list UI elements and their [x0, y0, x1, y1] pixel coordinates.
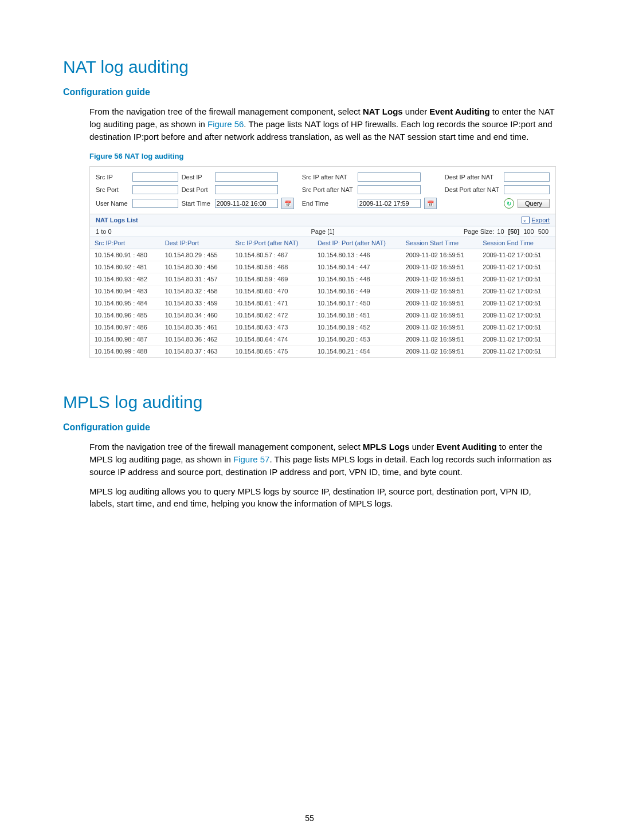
- table-cell: 2009-11-02 17:00:51: [478, 285, 555, 297]
- input-src-ip[interactable]: [132, 172, 178, 182]
- nat-logs-table: Src IP:PortDest IP:PortSrc IP:Port (afte…: [90, 237, 555, 358]
- export-label: Export: [531, 217, 550, 223]
- table-row: 10.154.80.99 : 48810.154.80.37 : 46310.1…: [90, 346, 555, 358]
- table-cell: 10.154.80.30 : 456: [160, 261, 231, 273]
- table-cell: 10.154.80.19 : 452: [313, 321, 401, 333]
- table-cell: 10.154.80.35 : 461: [160, 321, 231, 333]
- table-cell: 10.154.80.64 : 474: [231, 333, 313, 346]
- mpls-config-guide-heading: Configuration guide: [63, 422, 556, 433]
- table-row: 10.154.80.92 : 48110.154.80.30 : 45610.1…: [90, 261, 555, 273]
- table-cell: 2009-11-02 16:59:51: [401, 321, 479, 333]
- calendar-icon[interactable]: 📅: [424, 198, 437, 209]
- column-header[interactable]: Dest IP: Port (after NAT): [313, 237, 401, 249]
- nat-logs-list-label: NAT Logs List: [96, 217, 138, 223]
- calendar-icon[interactable]: 📅: [281, 198, 294, 209]
- table-cell: 10.154.80.36 : 462: [160, 333, 231, 346]
- table-cell: 2009-11-02 17:00:51: [478, 249, 555, 261]
- table-cell: 10.154.80.18 : 451: [313, 309, 401, 321]
- table-cell: 10.154.80.96 : 485: [90, 309, 160, 321]
- table-cell: 10.154.80.37 : 463: [160, 346, 231, 358]
- table-cell: 10.154.80.33 : 459: [160, 297, 231, 309]
- input-dest-port[interactable]: [215, 185, 278, 194]
- input-user-name[interactable]: [132, 199, 178, 208]
- nat-log-screenshot: Src IP Dest IP Src IP after NAT Dest IP …: [89, 166, 556, 358]
- label-src-port: Src Port: [96, 186, 129, 193]
- strong-mpls-logs: MPLS Logs: [363, 442, 410, 452]
- table-cell: 10.154.80.93 : 482: [90, 273, 160, 285]
- input-dest-port-after-nat[interactable]: [504, 185, 550, 194]
- strong-nat-logs: NAT Logs: [363, 107, 403, 116]
- table-cell: 10.154.80.92 : 481: [90, 261, 160, 273]
- table-cell: 10.154.80.98 : 487: [90, 333, 160, 346]
- table-cell: 2009-11-02 17:00:51: [478, 261, 555, 273]
- table-cell: 2009-11-02 17:00:51: [478, 273, 555, 285]
- table-cell: 2009-11-02 17:00:51: [478, 346, 555, 358]
- table-cell: 2009-11-02 17:00:51: [478, 297, 555, 309]
- table-cell: 2009-11-02 16:59:51: [401, 297, 479, 309]
- table-cell: 10.154.80.13 : 446: [313, 249, 401, 261]
- column-header[interactable]: Session Start Time: [401, 237, 479, 249]
- table-row: 10.154.80.93 : 48210.154.80.31 : 45710.1…: [90, 273, 555, 285]
- figure-56-link[interactable]: Figure 56: [207, 119, 244, 129]
- input-end-time[interactable]: [358, 199, 421, 208]
- text: under: [410, 442, 437, 452]
- nat-config-guide-heading: Configuration guide: [63, 87, 556, 97]
- table-cell: 10.154.80.32 : 458: [160, 285, 231, 297]
- table-cell: 10.154.80.57 : 467: [231, 249, 313, 261]
- column-header[interactable]: Src IP:Port: [90, 237, 160, 249]
- label-dest-ip-after-nat: Dest IP after NAT: [445, 174, 500, 180]
- label-dest-port-after-nat: Dest Port after NAT: [445, 186, 500, 193]
- input-dest-ip[interactable]: [215, 172, 278, 182]
- table-cell: 10.154.80.20 : 453: [313, 333, 401, 346]
- query-button[interactable]: Query: [518, 199, 550, 208]
- input-dest-ip-after-nat[interactable]: [504, 172, 550, 182]
- table-cell: 2009-11-02 16:59:51: [401, 309, 479, 321]
- mpls-title: MPLS log auditing: [63, 392, 556, 412]
- label-start-time: Start Time: [182, 200, 211, 207]
- input-src-ip-after-nat[interactable]: [358, 172, 421, 182]
- label-dest-port: Dest Port: [182, 186, 211, 193]
- text: under: [403, 107, 430, 116]
- table-cell: 2009-11-02 16:59:51: [401, 273, 479, 285]
- label-src-ip-after-nat: Src IP after NAT: [302, 174, 354, 180]
- table-cell: 10.154.80.17 : 450: [313, 297, 401, 309]
- table-row: 10.154.80.94 : 48310.154.80.32 : 45810.1…: [90, 285, 555, 297]
- table-cell: 2009-11-02 17:00:51: [478, 309, 555, 321]
- nat-paragraph: From the navigation tree of the firewall…: [89, 105, 556, 143]
- page-current: [1]: [327, 228, 334, 235]
- input-src-port[interactable]: [132, 185, 178, 194]
- text: From the navigation tree of the firewall…: [89, 442, 363, 452]
- figure-56-caption: Figure 56 NAT log auditing: [89, 152, 556, 160]
- table-cell: 10.154.80.60 : 470: [231, 285, 313, 297]
- page-number: 55: [0, 814, 619, 823]
- table-cell: 2009-11-02 17:00:51: [478, 333, 555, 346]
- page-label: Page: [311, 228, 326, 235]
- mpls-paragraph-2: MPLS log auditing allows you to query MP…: [89, 485, 556, 511]
- input-start-time[interactable]: [215, 199, 278, 208]
- table-cell: 10.154.80.97 : 486: [90, 321, 160, 333]
- table-row: 10.154.80.91 : 48010.154.80.29 : 45510.1…: [90, 249, 555, 261]
- table-cell: 10.154.80.94 : 483: [90, 285, 160, 297]
- figure-57-link[interactable]: Figure 57: [233, 454, 269, 464]
- export-link[interactable]: x Export: [522, 217, 550, 223]
- table-row: 10.154.80.96 : 48510.154.80.34 : 46010.1…: [90, 309, 555, 321]
- column-header[interactable]: Session End Time: [478, 237, 555, 249]
- table-row: 10.154.80.97 : 48610.154.80.35 : 46110.1…: [90, 321, 555, 333]
- strong-event-auditing: Event Auditing: [436, 442, 496, 452]
- table-cell: 10.154.80.61 : 471: [231, 297, 313, 309]
- label-end-time: End Time: [302, 200, 354, 207]
- strong-event-auditing: Event Auditing: [429, 107, 489, 116]
- table-row: 10.154.80.95 : 48410.154.80.33 : 45910.1…: [90, 297, 555, 309]
- table-cell: 10.154.80.59 : 469: [231, 273, 313, 285]
- table-cell: 2009-11-02 16:59:51: [401, 333, 479, 346]
- table-cell: 10.154.80.34 : 460: [160, 309, 231, 321]
- column-header[interactable]: Dest IP:Port: [160, 237, 231, 249]
- table-cell: 10.154.80.62 : 472: [231, 309, 313, 321]
- column-header[interactable]: Src IP:Port (after NAT): [231, 237, 313, 249]
- input-src-port-after-nat[interactable]: [358, 185, 421, 194]
- table-cell: 10.154.80.29 : 455: [160, 249, 231, 261]
- table-cell: 10.154.80.63 : 473: [231, 321, 313, 333]
- refresh-icon[interactable]: ↻: [504, 198, 514, 209]
- table-cell: 2009-11-02 16:59:51: [401, 249, 479, 261]
- label-user-name: User Name: [96, 200, 129, 207]
